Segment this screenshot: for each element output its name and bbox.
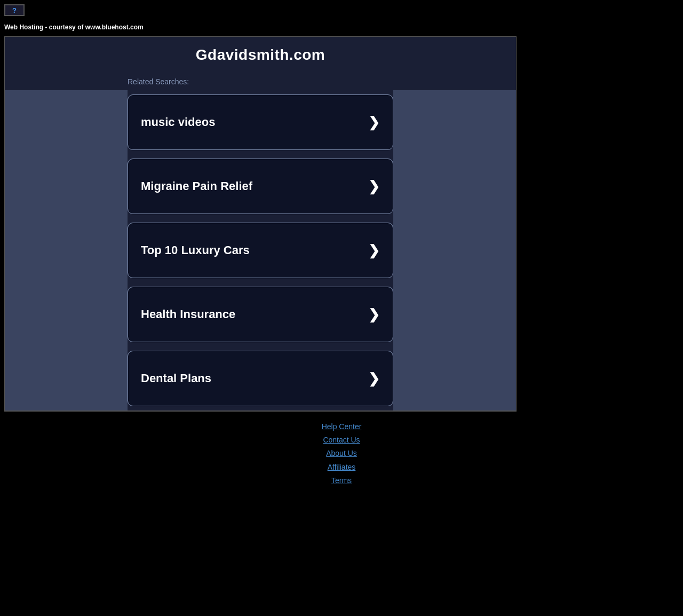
chevron-right-icon: ❯	[368, 242, 380, 259]
main-container: Gdavidsmith.com Related Searches: music …	[4, 36, 517, 411]
search-item-label: Top 10 Luxury Cars	[141, 243, 250, 257]
side-panel-left-3	[5, 218, 128, 282]
footer-link-terms[interactable]: Terms	[0, 474, 683, 487]
chevron-right-icon: ❯	[368, 178, 380, 195]
question-mark: ?	[12, 6, 17, 14]
footer-link-help-center[interactable]: Help Center	[0, 420, 683, 433]
footer-link-about-us[interactable]: About Us	[0, 447, 683, 460]
side-panel-right-1	[393, 90, 516, 154]
search-row-1: music videos ❯	[5, 90, 516, 154]
search-item-music-videos[interactable]: music videos ❯	[128, 94, 393, 150]
site-title: Gdavidsmith.com	[10, 46, 511, 64]
search-row-4: Health Insurance ❯	[5, 282, 516, 346]
chevron-right-icon: ❯	[368, 370, 380, 387]
search-item-label: music videos	[141, 115, 215, 129]
chevron-right-icon: ❯	[368, 114, 380, 131]
hosting-notice: Web Hosting - courtesy of www.bluehost.c…	[0, 20, 683, 36]
search-item-label: Dental Plans	[141, 372, 211, 385]
footer-link-contact-us[interactable]: Contact Us	[0, 433, 683, 447]
search-items-wrapper: music videos ❯ Migraine Pain Relief ❯ To…	[5, 90, 516, 410]
side-panel-right-4	[393, 282, 516, 346]
search-row-5: Dental Plans ❯	[5, 346, 516, 410]
search-item-migraine[interactable]: Migraine Pain Relief ❯	[128, 159, 393, 214]
search-item-label: Health Insurance	[141, 307, 235, 321]
side-panel-left-2	[5, 154, 128, 218]
search-item-health-insurance[interactable]: Health Insurance ❯	[128, 287, 393, 342]
top-bar: ?	[0, 0, 683, 20]
question-box[interactable]: ?	[4, 4, 25, 16]
side-panel-right-5	[393, 346, 516, 410]
side-panel-left-5	[5, 346, 128, 410]
footer-link-affiliates[interactable]: Affiliates	[0, 461, 683, 474]
footer: Help Center Contact Us About Us Affiliat…	[0, 412, 683, 496]
side-panel-left-4	[5, 282, 128, 346]
search-row-2: Migraine Pain Relief ❯	[5, 154, 516, 218]
search-item-luxury-cars[interactable]: Top 10 Luxury Cars ❯	[128, 223, 393, 278]
search-item-dental-plans[interactable]: Dental Plans ❯	[128, 351, 393, 406]
side-panel-right-2	[393, 154, 516, 218]
site-header: Gdavidsmith.com	[5, 37, 516, 69]
search-item-label: Migraine Pain Relief	[141, 179, 252, 193]
chevron-right-icon: ❯	[368, 306, 380, 323]
related-searches-label: Related Searches:	[5, 69, 516, 90]
search-row-3: Top 10 Luxury Cars ❯	[5, 218, 516, 282]
side-panel-left-1	[5, 90, 128, 154]
side-panel-right-3	[393, 218, 516, 282]
